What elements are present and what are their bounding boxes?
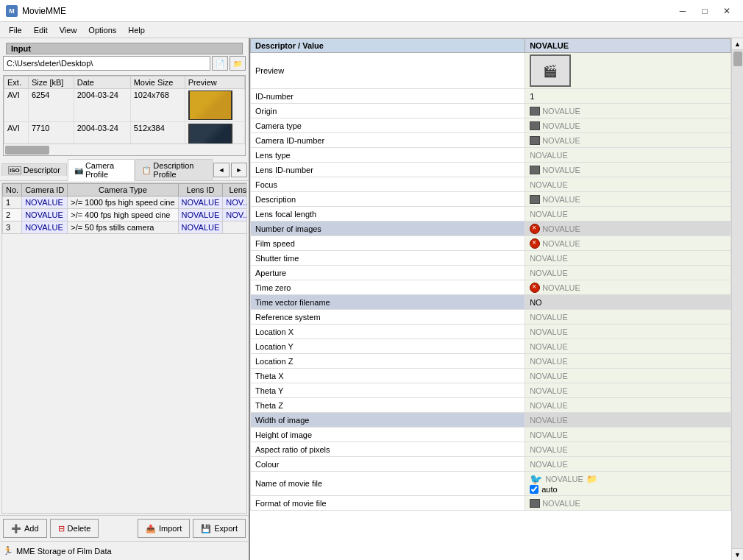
desc-row-numimages[interactable]: Number of images NOVALUE bbox=[251, 221, 731, 236]
cam-id-3: NOVALUE bbox=[22, 221, 68, 234]
scroll-down-button[interactable]: ▼ bbox=[732, 548, 743, 560]
menu-file[interactable]: File bbox=[3, 24, 28, 36]
desc-row-lensid[interactable]: Lens ID-number NOVALUE bbox=[251, 163, 731, 177]
cam-row-1[interactable]: 1 NOVALUE >/= 1000 fps high speed cine N… bbox=[3, 196, 248, 209]
desc-row-cameratype[interactable]: Camera type NOVALUE bbox=[251, 118, 731, 133]
tab-camera-profile[interactable]: 📷 Camera Profile bbox=[68, 159, 135, 181]
focus-novalue: NOVALUE bbox=[530, 180, 568, 189]
input-label: Input bbox=[6, 43, 243, 54]
tab-next-button[interactable]: ► bbox=[231, 163, 247, 177]
desc-filmspeed-label: Film speed bbox=[251, 236, 525, 251]
close-button[interactable]: ✕ bbox=[717, 4, 737, 18]
right-scrollbar[interactable]: ▲ ▼ bbox=[731, 38, 743, 560]
desc-focus-label: Focus bbox=[251, 177, 525, 192]
menu-view[interactable]: View bbox=[54, 24, 83, 36]
desc-origin-value: NOVALUE bbox=[525, 104, 731, 118]
scroll-thumb-x[interactable] bbox=[5, 146, 49, 155]
path-input[interactable] bbox=[3, 56, 210, 71]
cameraid-img-icon bbox=[530, 136, 540, 145]
tab-description-profile[interactable]: 📋 Description Profile bbox=[135, 159, 213, 180]
size-1: 6254 bbox=[28, 89, 74, 122]
desc-row-timezero[interactable]: Time zero NOVALUE bbox=[251, 280, 731, 295]
refsystem-novalue: NOVALUE bbox=[530, 313, 568, 322]
desc-row-lenstype[interactable]: Lens type NOVALUE bbox=[251, 148, 731, 163]
desc-row-thetaz[interactable]: Theta Z NOVALUE bbox=[251, 398, 731, 413]
desc-row-description[interactable]: Description NOVALUE bbox=[251, 192, 731, 207]
cam-row-3[interactable]: 3 NOVALUE >/= 50 fps stills camera NOVAL… bbox=[3, 221, 248, 234]
auto-label: auto bbox=[541, 485, 557, 494]
file-row-1[interactable]: AVI 6254 2004-03-24 1024x768 bbox=[4, 89, 245, 122]
date-2: 2004-03-24 bbox=[74, 122, 130, 144]
desc-row-shuttertime[interactable]: Shutter time NOVALUE bbox=[251, 251, 731, 266]
cam-row-2[interactable]: 2 NOVALUE >/= 400 fps high speed cine NO… bbox=[3, 209, 248, 221]
desc-heightimage-value: NOVALUE bbox=[525, 428, 731, 442]
aperture-novalue: NOVALUE bbox=[530, 269, 568, 277]
desc-timevector-value: NO bbox=[525, 295, 731, 310]
preview-2 bbox=[185, 122, 244, 144]
desc-row-aspectratio[interactable]: Aspect ratio of pixels NOVALUE bbox=[251, 442, 731, 457]
desc-moviefilename-label: Name of movie file bbox=[251, 472, 525, 496]
folder-browse-icon[interactable]: 📁 bbox=[586, 474, 597, 484]
desc-row-timevector[interactable]: Time vector filename NO bbox=[251, 295, 731, 310]
file-table-scrollbar-x[interactable] bbox=[4, 143, 245, 155]
file-table-scroll[interactable]: Ext. Size [kB] Date Movie Size Preview A… bbox=[4, 76, 245, 143]
add-button[interactable]: ➕ Add bbox=[3, 519, 47, 538]
cam-id-1: NOVALUE bbox=[22, 196, 68, 209]
desc-lenstype-value: NOVALUE bbox=[525, 148, 731, 163]
delete-button[interactable]: ⊟ Delete bbox=[50, 519, 99, 538]
desc-lensfocal-label: Lens focal length bbox=[251, 207, 525, 221]
export-button[interactable]: 💾 Export bbox=[193, 519, 246, 538]
desc-row-aperture[interactable]: Aperture NOVALUE bbox=[251, 266, 731, 280]
origin-novalue: NOVALUE bbox=[542, 107, 580, 116]
desc-row-colour[interactable]: Colour NOVALUE bbox=[251, 457, 731, 472]
desc-aperture-value: NOVALUE bbox=[525, 266, 731, 280]
desc-row-locationy[interactable]: Location Y NOVALUE bbox=[251, 339, 731, 354]
auto-checkbox[interactable] bbox=[530, 485, 538, 494]
desc-thetax-label: Theta X bbox=[251, 369, 525, 383]
desc-row-locationx[interactable]: Location X NOVALUE bbox=[251, 325, 731, 339]
descriptor-table-container[interactable]: Descriptor / Value NOVALUE Preview 🎬 bbox=[250, 38, 731, 560]
title-bar: M MovieMME ─ □ ✕ bbox=[0, 0, 743, 22]
browse-button[interactable]: 📄 bbox=[212, 56, 228, 71]
desc-row-widthimage[interactable]: Width of image NOVALUE bbox=[251, 413, 731, 428]
ext-2: AVI bbox=[4, 122, 29, 144]
file-row-2[interactable]: AVI 7710 2004-03-24 512x384 bbox=[4, 122, 245, 144]
camera-table-container[interactable]: No. Camera ID Camera Type Lens ID Lens 1… bbox=[1, 182, 247, 514]
cam-no-1: 1 bbox=[3, 196, 22, 209]
scroll-thumb-v[interactable] bbox=[733, 52, 742, 66]
desc-row-focus[interactable]: Focus NOVALUE bbox=[251, 177, 731, 192]
desc-row-locationz[interactable]: Location Z NOVALUE bbox=[251, 354, 731, 369]
desc-row-cameraid[interactable]: Camera ID-number NOVALUE bbox=[251, 133, 731, 148]
right-panel-inner: Descriptor / Value NOVALUE Preview 🎬 bbox=[250, 38, 743, 560]
movie-filename-row: 🐦 NOVALUE 📁 auto bbox=[530, 473, 726, 494]
minimize-button[interactable]: ─ bbox=[672, 4, 693, 18]
menu-edit[interactable]: Edit bbox=[28, 24, 54, 36]
folder-button[interactable]: 📁 bbox=[230, 56, 246, 71]
desc-movieformat-value: NOVALUE bbox=[525, 496, 731, 511]
desc-numimages-value: NOVALUE bbox=[525, 221, 731, 236]
import-button[interactable]: 📤 Import bbox=[138, 519, 190, 538]
scroll-up-button[interactable]: ▲ bbox=[732, 38, 743, 50]
desc-row-thetay[interactable]: Theta Y NOVALUE bbox=[251, 383, 731, 398]
desc-row-movieformat[interactable]: Format of movie file NOVALUE bbox=[251, 496, 731, 511]
moviesize-1: 1024x768 bbox=[130, 89, 185, 122]
tab-descriptor[interactable]: ISO Descriptor bbox=[1, 163, 67, 176]
menu-help[interactable]: Help bbox=[122, 24, 151, 36]
aspectratio-novalue: NOVALUE bbox=[530, 445, 568, 454]
tab-prev-button[interactable]: ◄ bbox=[213, 163, 230, 177]
desc-origin-label: Origin bbox=[251, 104, 525, 118]
desc-row-filmspeed[interactable]: Film speed NOVALUE bbox=[251, 236, 731, 251]
desc-row-thetax[interactable]: Theta X NOVALUE bbox=[251, 369, 731, 383]
desc-lenstype-label: Lens type bbox=[251, 148, 525, 163]
desc-row-idnumber[interactable]: ID-number 1 bbox=[251, 89, 731, 104]
desc-row-moviefilename[interactable]: Name of movie file 🐦 NOVALUE 📁 bbox=[251, 472, 731, 496]
desc-row-refsystem[interactable]: Reference system NOVALUE bbox=[251, 310, 731, 325]
bird-icon: 🐦 bbox=[530, 473, 542, 485]
maximize-button[interactable]: □ bbox=[694, 4, 715, 18]
desc-row-heightimage[interactable]: Height of image NOVALUE bbox=[251, 428, 731, 442]
desc-row-origin[interactable]: Origin NOVALUE bbox=[251, 104, 731, 118]
file-table-container: Ext. Size [kB] Date Movie Size Preview A… bbox=[3, 75, 246, 156]
menu-options[interactable]: Options bbox=[82, 24, 122, 36]
desc-row-lensfocal[interactable]: Lens focal length NOVALUE bbox=[251, 207, 731, 221]
cam-col-no: No. bbox=[3, 184, 22, 196]
